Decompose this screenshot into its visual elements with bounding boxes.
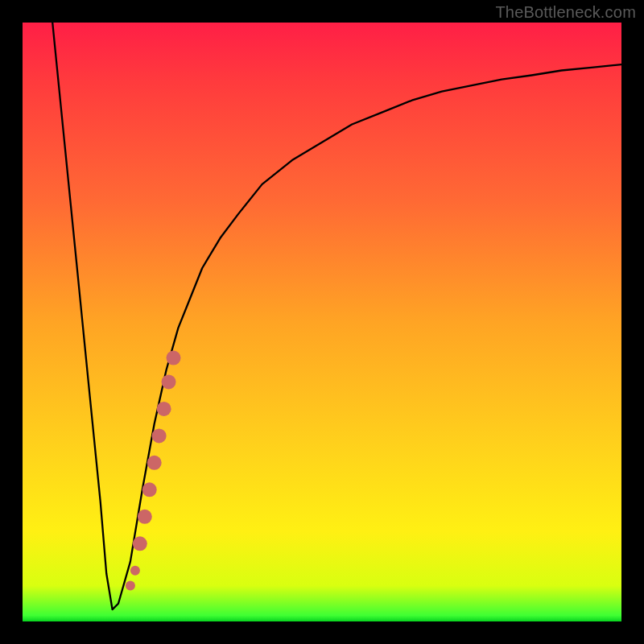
marker-dot xyxy=(142,482,157,497)
marker-dot xyxy=(152,428,167,443)
marker-dot xyxy=(130,566,140,576)
marker-dot xyxy=(147,456,162,470)
marker-dot xyxy=(138,510,152,524)
marker-dot xyxy=(126,580,135,590)
marker-dot xyxy=(157,402,171,416)
marker-dot xyxy=(167,351,181,365)
chart-svg xyxy=(23,23,621,621)
highlight-markers xyxy=(126,351,181,591)
marker-dot xyxy=(162,374,176,389)
bottleneck-curve-line xyxy=(52,23,621,609)
marker-dot xyxy=(133,536,147,551)
attribution-text: TheBottleneck.com xyxy=(495,3,636,22)
chart-frame: TheBottleneck.com xyxy=(0,0,644,644)
plot-area xyxy=(23,23,621,621)
